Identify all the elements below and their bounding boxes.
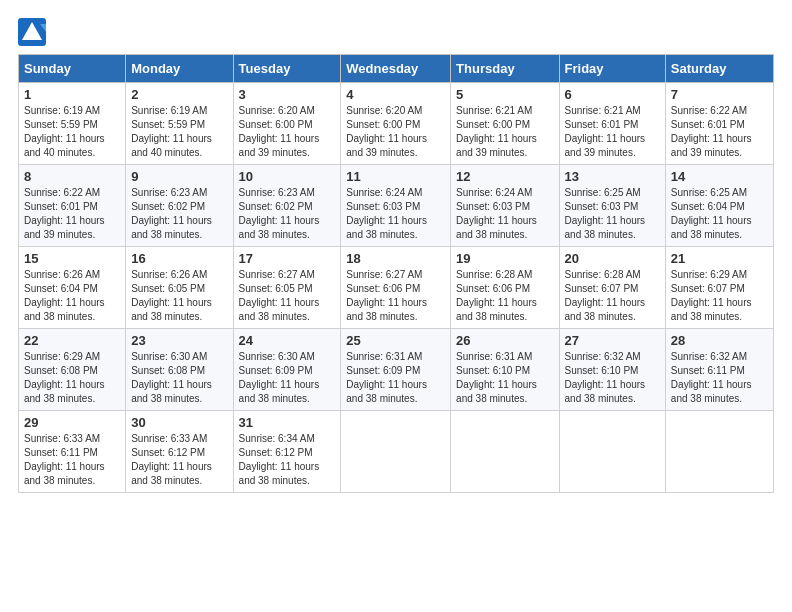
- day-number: 26: [456, 333, 553, 348]
- day-number: 21: [671, 251, 768, 266]
- day-number: 20: [565, 251, 660, 266]
- calendar-cell: 14Sunrise: 6:25 AMSunset: 6:04 PMDayligh…: [665, 165, 773, 247]
- day-number: 4: [346, 87, 445, 102]
- weekday-header-saturday: Saturday: [665, 55, 773, 83]
- day-number: 2: [131, 87, 227, 102]
- calendar-cell: 25Sunrise: 6:31 AMSunset: 6:09 PMDayligh…: [341, 329, 451, 411]
- calendar-cell: 8Sunrise: 6:22 AMSunset: 6:01 PMDaylight…: [19, 165, 126, 247]
- weekday-header-wednesday: Wednesday: [341, 55, 451, 83]
- day-number: 8: [24, 169, 120, 184]
- cell-info: Sunrise: 6:22 AMSunset: 6:01 PMDaylight:…: [24, 186, 120, 242]
- calendar-cell: [341, 411, 451, 493]
- day-number: 28: [671, 333, 768, 348]
- logo-icon: [18, 18, 46, 46]
- calendar-cell: 29Sunrise: 6:33 AMSunset: 6:11 PMDayligh…: [19, 411, 126, 493]
- calendar-cell: 5Sunrise: 6:21 AMSunset: 6:00 PMDaylight…: [451, 83, 559, 165]
- cell-info: Sunrise: 6:24 AMSunset: 6:03 PMDaylight:…: [456, 186, 553, 242]
- day-number: 16: [131, 251, 227, 266]
- cell-info: Sunrise: 6:34 AMSunset: 6:12 PMDaylight:…: [239, 432, 336, 488]
- cell-info: Sunrise: 6:20 AMSunset: 6:00 PMDaylight:…: [346, 104, 445, 160]
- cell-info: Sunrise: 6:21 AMSunset: 6:01 PMDaylight:…: [565, 104, 660, 160]
- cell-info: Sunrise: 6:26 AMSunset: 6:05 PMDaylight:…: [131, 268, 227, 324]
- weekday-header-sunday: Sunday: [19, 55, 126, 83]
- calendar-cell: 18Sunrise: 6:27 AMSunset: 6:06 PMDayligh…: [341, 247, 451, 329]
- day-number: 11: [346, 169, 445, 184]
- cell-info: Sunrise: 6:25 AMSunset: 6:03 PMDaylight:…: [565, 186, 660, 242]
- calendar-cell: 12Sunrise: 6:24 AMSunset: 6:03 PMDayligh…: [451, 165, 559, 247]
- calendar-cell: [559, 411, 665, 493]
- calendar-cell: 11Sunrise: 6:24 AMSunset: 6:03 PMDayligh…: [341, 165, 451, 247]
- logo: [18, 18, 50, 46]
- calendar-cell: 3Sunrise: 6:20 AMSunset: 6:00 PMDaylight…: [233, 83, 341, 165]
- calendar-cell: 26Sunrise: 6:31 AMSunset: 6:10 PMDayligh…: [451, 329, 559, 411]
- cell-info: Sunrise: 6:20 AMSunset: 6:00 PMDaylight:…: [239, 104, 336, 160]
- calendar-cell: 1Sunrise: 6:19 AMSunset: 5:59 PMDaylight…: [19, 83, 126, 165]
- calendar-week-4: 22Sunrise: 6:29 AMSunset: 6:08 PMDayligh…: [19, 329, 774, 411]
- weekday-header-tuesday: Tuesday: [233, 55, 341, 83]
- day-number: 1: [24, 87, 120, 102]
- cell-info: Sunrise: 6:32 AMSunset: 6:11 PMDaylight:…: [671, 350, 768, 406]
- calendar-table: SundayMondayTuesdayWednesdayThursdayFrid…: [18, 54, 774, 493]
- cell-info: Sunrise: 6:23 AMSunset: 6:02 PMDaylight:…: [239, 186, 336, 242]
- cell-info: Sunrise: 6:29 AMSunset: 6:08 PMDaylight:…: [24, 350, 120, 406]
- cell-info: Sunrise: 6:28 AMSunset: 6:06 PMDaylight:…: [456, 268, 553, 324]
- cell-info: Sunrise: 6:33 AMSunset: 6:12 PMDaylight:…: [131, 432, 227, 488]
- calendar-cell: 19Sunrise: 6:28 AMSunset: 6:06 PMDayligh…: [451, 247, 559, 329]
- cell-info: Sunrise: 6:31 AMSunset: 6:10 PMDaylight:…: [456, 350, 553, 406]
- calendar-cell: 31Sunrise: 6:34 AMSunset: 6:12 PMDayligh…: [233, 411, 341, 493]
- day-number: 30: [131, 415, 227, 430]
- calendar-cell: 28Sunrise: 6:32 AMSunset: 6:11 PMDayligh…: [665, 329, 773, 411]
- day-number: 25: [346, 333, 445, 348]
- cell-info: Sunrise: 6:24 AMSunset: 6:03 PMDaylight:…: [346, 186, 445, 242]
- calendar-week-2: 8Sunrise: 6:22 AMSunset: 6:01 PMDaylight…: [19, 165, 774, 247]
- header: [18, 10, 774, 46]
- day-number: 17: [239, 251, 336, 266]
- calendar-cell: 7Sunrise: 6:22 AMSunset: 6:01 PMDaylight…: [665, 83, 773, 165]
- calendar-cell: 30Sunrise: 6:33 AMSunset: 6:12 PMDayligh…: [126, 411, 233, 493]
- day-number: 13: [565, 169, 660, 184]
- day-number: 7: [671, 87, 768, 102]
- calendar-cell: 16Sunrise: 6:26 AMSunset: 6:05 PMDayligh…: [126, 247, 233, 329]
- calendar-cell: [665, 411, 773, 493]
- cell-info: Sunrise: 6:21 AMSunset: 6:00 PMDaylight:…: [456, 104, 553, 160]
- day-number: 19: [456, 251, 553, 266]
- day-number: 6: [565, 87, 660, 102]
- cell-info: Sunrise: 6:31 AMSunset: 6:09 PMDaylight:…: [346, 350, 445, 406]
- cell-info: Sunrise: 6:30 AMSunset: 6:08 PMDaylight:…: [131, 350, 227, 406]
- cell-info: Sunrise: 6:23 AMSunset: 6:02 PMDaylight:…: [131, 186, 227, 242]
- calendar-cell: 24Sunrise: 6:30 AMSunset: 6:09 PMDayligh…: [233, 329, 341, 411]
- calendar-cell: 13Sunrise: 6:25 AMSunset: 6:03 PMDayligh…: [559, 165, 665, 247]
- day-number: 14: [671, 169, 768, 184]
- calendar-cell: 6Sunrise: 6:21 AMSunset: 6:01 PMDaylight…: [559, 83, 665, 165]
- day-number: 15: [24, 251, 120, 266]
- calendar-cell: 20Sunrise: 6:28 AMSunset: 6:07 PMDayligh…: [559, 247, 665, 329]
- calendar-week-3: 15Sunrise: 6:26 AMSunset: 6:04 PMDayligh…: [19, 247, 774, 329]
- day-number: 24: [239, 333, 336, 348]
- day-number: 5: [456, 87, 553, 102]
- cell-info: Sunrise: 6:19 AMSunset: 5:59 PMDaylight:…: [24, 104, 120, 160]
- day-number: 27: [565, 333, 660, 348]
- cell-info: Sunrise: 6:27 AMSunset: 6:05 PMDaylight:…: [239, 268, 336, 324]
- cell-info: Sunrise: 6:30 AMSunset: 6:09 PMDaylight:…: [239, 350, 336, 406]
- cell-info: Sunrise: 6:32 AMSunset: 6:10 PMDaylight:…: [565, 350, 660, 406]
- cell-info: Sunrise: 6:33 AMSunset: 6:11 PMDaylight:…: [24, 432, 120, 488]
- weekday-header-thursday: Thursday: [451, 55, 559, 83]
- calendar-cell: 15Sunrise: 6:26 AMSunset: 6:04 PMDayligh…: [19, 247, 126, 329]
- weekday-header-monday: Monday: [126, 55, 233, 83]
- calendar-cell: 9Sunrise: 6:23 AMSunset: 6:02 PMDaylight…: [126, 165, 233, 247]
- cell-info: Sunrise: 6:22 AMSunset: 6:01 PMDaylight:…: [671, 104, 768, 160]
- cell-info: Sunrise: 6:28 AMSunset: 6:07 PMDaylight:…: [565, 268, 660, 324]
- calendar-cell: 10Sunrise: 6:23 AMSunset: 6:02 PMDayligh…: [233, 165, 341, 247]
- calendar-cell: 2Sunrise: 6:19 AMSunset: 5:59 PMDaylight…: [126, 83, 233, 165]
- day-number: 29: [24, 415, 120, 430]
- calendar-cell: 4Sunrise: 6:20 AMSunset: 6:00 PMDaylight…: [341, 83, 451, 165]
- cell-info: Sunrise: 6:29 AMSunset: 6:07 PMDaylight:…: [671, 268, 768, 324]
- cell-info: Sunrise: 6:19 AMSunset: 5:59 PMDaylight:…: [131, 104, 227, 160]
- calendar-cell: 27Sunrise: 6:32 AMSunset: 6:10 PMDayligh…: [559, 329, 665, 411]
- page: SundayMondayTuesdayWednesdayThursdayFrid…: [0, 0, 792, 511]
- calendar-week-1: 1Sunrise: 6:19 AMSunset: 5:59 PMDaylight…: [19, 83, 774, 165]
- calendar-cell: 22Sunrise: 6:29 AMSunset: 6:08 PMDayligh…: [19, 329, 126, 411]
- day-number: 9: [131, 169, 227, 184]
- calendar-cell: 23Sunrise: 6:30 AMSunset: 6:08 PMDayligh…: [126, 329, 233, 411]
- cell-info: Sunrise: 6:25 AMSunset: 6:04 PMDaylight:…: [671, 186, 768, 242]
